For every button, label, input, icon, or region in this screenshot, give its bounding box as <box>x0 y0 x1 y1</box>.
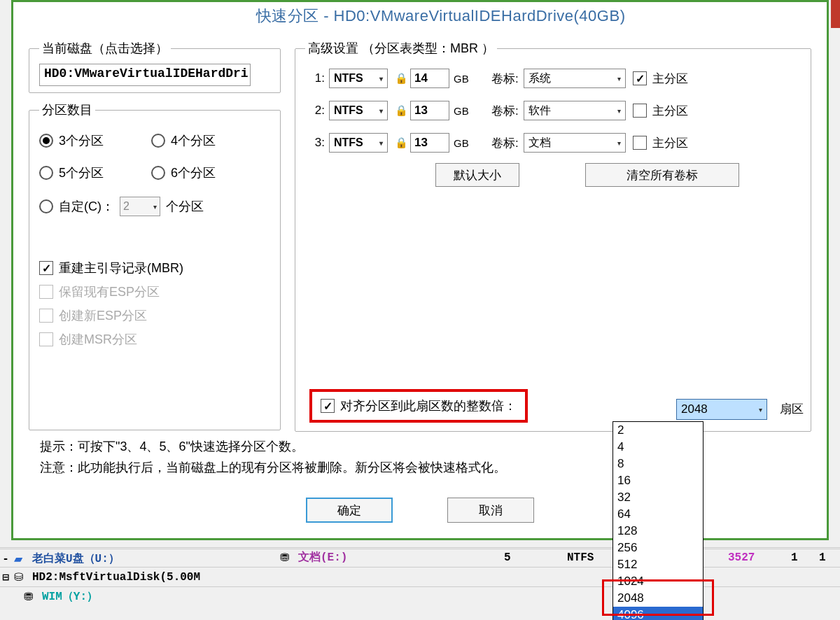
sector-option[interactable]: 16 <box>613 472 703 489</box>
window-title: 快速分区 - HD0:VMwareVirtualIDEHardDrive(40G… <box>256 6 626 27</box>
partition-row: 1:NTFS▾🔒14GB卷标:系统▾主分区 <box>305 66 801 90</box>
volume-label-select[interactable]: 系统▾ <box>524 69 626 88</box>
custom-count-select[interactable]: 2▾ <box>120 197 160 216</box>
align-checkbox[interactable] <box>321 399 335 413</box>
current-disk-group: 当前磁盘（点击选择） HD0:VMwareVirtualIDEHardDri <box>29 40 281 93</box>
close-button[interactable]: × <box>831 0 840 28</box>
chevron-down-icon: ▾ <box>379 139 383 147</box>
sector-option[interactable]: 64 <box>613 506 703 523</box>
volume-label-select[interactable]: 文档▾ <box>524 133 626 153</box>
titlebar: 快速分区 - HD0:VMwareVirtualIDEHardDrive(40G… <box>11 0 840 32</box>
sector-option[interactable]: 2048 <box>613 590 703 607</box>
hint-text: 提示：可按下"3、4、5、6"快速选择分区个数。 注意：此功能执行后，当前磁盘上… <box>40 436 506 478</box>
volume-label-text: 卷标: <box>491 103 522 119</box>
chevron-down-icon: ▾ <box>379 107 383 115</box>
size-unit: GB <box>454 137 473 149</box>
lock-icon: 🔒 <box>393 71 409 86</box>
sector-dropdown-list[interactable]: 248163264128256512102420484096 <box>612 421 704 620</box>
primary-checkbox[interactable] <box>633 71 647 85</box>
primary-label: 主分区 <box>652 103 688 119</box>
partition-row: 3:NTFS▾🔒13GB卷标:文档▾主分区 <box>305 131 801 155</box>
partition-index: 2: <box>305 104 325 118</box>
chevron-down-icon: ▾ <box>379 75 383 83</box>
sector-unit-label: 扇区 <box>780 401 804 417</box>
quick-partition-dialog: 快速分区 - HD0:VMwareVirtualIDEHardDrive(40G… <box>11 0 829 540</box>
rebuild-mbr-checkbox[interactable] <box>39 261 53 275</box>
radio-6-partitions[interactable]: 6个分区 <box>151 164 263 181</box>
advanced-legend: 高级设置 （分区表类型：MBR ） <box>305 40 497 57</box>
radio-3-partitions[interactable]: 3个分区 <box>39 132 151 149</box>
partition-index: 1: <box>305 71 325 85</box>
size-unit: GB <box>454 105 473 117</box>
chevron-down-icon: ▾ <box>617 75 621 83</box>
lock-icon: 🔒 <box>393 103 409 118</box>
size-input[interactable]: 14 <box>410 69 449 88</box>
volume-label-text: 卷标: <box>491 135 522 151</box>
drive-icon: ⛃ <box>24 590 39 603</box>
create-msr-checkbox <box>39 332 53 346</box>
size-input[interactable]: 13 <box>410 133 449 153</box>
sector-option[interactable]: 256 <box>613 540 703 556</box>
advanced-settings-group: 高级设置 （分区表类型：MBR ） 1:NTFS▾🔒14GB卷标:系统▾主分区2… <box>295 40 811 432</box>
size-input[interactable]: 13 <box>410 101 449 120</box>
partition-row: 2:NTFS▾🔒13GB卷标:软件▾主分区 <box>305 99 801 122</box>
primary-label: 主分区 <box>652 135 688 151</box>
align-label: 对齐分区到此扇区数的整数倍： <box>340 397 517 414</box>
sector-select[interactable]: 2048▾ <box>676 399 767 420</box>
filesystem-select[interactable]: NTFS▾ <box>329 133 388 153</box>
bg-row-usb[interactable]: -▰ 老白菜U盘（U:） <box>0 549 840 568</box>
partition-count-group: 分区数目 3个分区 4个分区 5个分区 6个分区 自定(C)： 2▾ 个分区 重… <box>29 101 281 430</box>
default-size-button[interactable]: 默认大小 <box>435 163 519 187</box>
filesystem-select[interactable]: NTFS▾ <box>329 101 388 120</box>
disk-select-input[interactable]: HD0:VMwareVirtualIDEHardDri <box>39 64 251 86</box>
bg-row-hd2[interactable]: ⊟⛁ HD2:MsftVirtualDisk(5.00M <box>0 567 840 586</box>
align-highlight: 对齐分区到此扇区数的整数倍： <box>309 389 528 423</box>
sector-option[interactable]: 8 <box>613 456 703 472</box>
radio-5-partitions[interactable]: 5个分区 <box>39 164 151 181</box>
clear-labels-button[interactable]: 清空所有卷标 <box>585 163 739 187</box>
sector-option[interactable]: 128 <box>613 523 703 540</box>
bg-row-wim[interactable]: ⛃ WIM（Y:） <box>0 586 840 606</box>
primary-checkbox[interactable] <box>633 136 647 150</box>
size-unit: GB <box>454 73 473 85</box>
sector-option[interactable]: 512 <box>613 556 703 573</box>
volume-label-select[interactable]: 软件▾ <box>524 101 626 120</box>
sector-option[interactable]: 4 <box>613 439 703 456</box>
disk-icon: ⛁ <box>14 570 29 584</box>
cancel-button[interactable]: 取消 <box>447 498 534 523</box>
primary-checkbox[interactable] <box>633 104 647 118</box>
filesystem-select[interactable]: NTFS▾ <box>329 69 388 88</box>
ok-button[interactable]: 确定 <box>306 498 393 523</box>
keep-esp-checkbox <box>39 285 53 299</box>
current-disk-legend: 当前磁盘（点击选择） <box>39 40 171 57</box>
primary-label: 主分区 <box>652 71 688 87</box>
partition-count-legend: 分区数目 <box>39 101 95 118</box>
create-esp-checkbox <box>39 309 53 323</box>
radio-custom-partitions[interactable]: 自定(C)： <box>39 198 114 215</box>
sector-option[interactable]: 2 <box>613 422 703 439</box>
sector-option[interactable]: 4096 <box>613 607 703 620</box>
chevron-down-icon: ▾ <box>617 107 621 115</box>
lock-icon: 🔒 <box>393 135 409 150</box>
partition-index: 3: <box>305 136 325 150</box>
chevron-down-icon: ▾ <box>617 139 621 147</box>
usb-icon: ▰ <box>14 552 29 565</box>
volume-label-text: 卷标: <box>491 71 522 87</box>
chevron-down-icon: ▾ <box>759 406 762 414</box>
sector-option[interactable]: 1024 <box>613 573 703 590</box>
sector-option[interactable]: 32 <box>613 489 703 506</box>
radio-4-partitions[interactable]: 4个分区 <box>151 132 263 149</box>
